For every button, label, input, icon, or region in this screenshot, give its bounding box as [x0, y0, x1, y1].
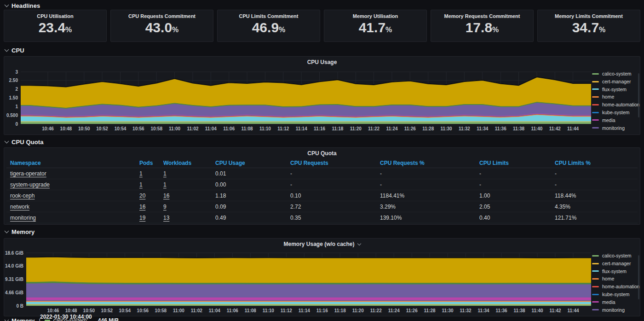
cell-namespace[interactable]: monitoring	[10, 215, 36, 221]
legend-item-home[interactable]: home	[592, 94, 636, 99]
x-axis-tick: 10:50	[83, 308, 95, 313]
memory-usage-panel-title[interactable]: Memory Usage (w/o cache)	[4, 241, 640, 247]
legend-label: flux-system	[602, 87, 627, 92]
cpu-usage-panel-title[interactable]: CPU Usage	[4, 59, 640, 65]
legend-item-flux-system[interactable]: flux-system	[592, 87, 636, 92]
legend-swatch	[592, 88, 599, 90]
legend-swatch	[592, 278, 599, 280]
cell-namespace[interactable]: tigera-operator	[10, 170, 46, 177]
legend-item-monitoring[interactable]: monitoring	[592, 307, 636, 313]
cell-pods[interactable]: 20	[139, 193, 145, 199]
memory-usage-chart[interactable]: 0 B4.66 GiB9.31 GiB14.0 GiB18.6 GiB10:46…	[4, 239, 640, 316]
x-axis-tick: 11:26	[406, 308, 418, 313]
x-axis-tick: 11:44	[567, 126, 579, 131]
cpu-chart-svg[interactable]: 00.50011.5022.50310:4610:4810:5010:5210:…	[4, 57, 641, 134]
legend-swatch	[592, 73, 599, 75]
x-axis-tick: 10:56	[137, 308, 149, 313]
table-row-tigera-operator: tigera-operator110.01----	[6, 168, 638, 179]
column-header-cpu-usage[interactable]: CPU Usage	[215, 160, 290, 166]
cpu-usage-chart[interactable]: 00.50011.5022.50310:4610:4810:5010:5210:…	[4, 57, 640, 134]
cpu-quota-panel-title[interactable]: CPU Quota	[4, 150, 640, 157]
x-axis-tick: 11:18	[334, 308, 346, 313]
cell-pods[interactable]: 19	[139, 215, 145, 221]
stat-title: Memory Utilisation	[353, 13, 398, 19]
cell-namespace[interactable]: network	[10, 204, 29, 210]
x-axis-tick: 10:48	[60, 126, 72, 131]
chevron-down-icon	[5, 139, 9, 144]
x-axis-tick: 11:18	[332, 126, 343, 131]
column-header-cpu-limits-[interactable]: CPU Limits %	[555, 160, 634, 166]
cell-pods[interactable]: 1	[139, 181, 143, 188]
section-header-cpu-quota[interactable]: CPU Quota	[4, 138, 640, 146]
cell-workloads[interactable]: 9	[163, 204, 167, 210]
x-axis-tick: 11:04	[209, 308, 220, 313]
mem-chart-svg[interactable]: 0 B4.66 GiB9.31 GiB14.0 GiB18.6 GiB10:46…	[4, 239, 641, 316]
column-header-cpu-requests[interactable]: CPU Requests	[290, 160, 380, 166]
section-header-memory[interactable]: Memory	[4, 228, 640, 236]
x-axis-tick: 11:00	[169, 126, 180, 131]
stat-title: CPU Requests Commitment	[128, 13, 196, 19]
memory-usage-panel: Memory Usage (w/o cache) 0 B4.66 GiB9.31…	[4, 238, 640, 316]
y-axis-tick: 2.50	[9, 78, 18, 83]
cell-cpu_limits: 0.40	[479, 215, 490, 221]
legend-item-home-automation[interactable]: home-automation	[592, 102, 636, 107]
legend-item-calico-system[interactable]: calico-system	[592, 71, 636, 76]
legend-swatch	[592, 112, 599, 113]
cell-pods[interactable]: 1	[139, 170, 143, 177]
column-header-workloads[interactable]: Workloads	[163, 160, 215, 166]
legend-item-flux-system[interactable]: flux-system	[592, 268, 636, 274]
cell-cpu_requests_pct: 1184.41%	[380, 193, 404, 199]
x-axis-tick: 10:50	[78, 126, 90, 131]
legend-item-monitoring[interactable]: monitoring	[592, 125, 636, 131]
legend-scrollbar[interactable]	[638, 255, 639, 299]
stat-value: 41.7%	[359, 19, 392, 36]
x-axis-tick: 10:52	[96, 126, 108, 131]
cell-namespace[interactable]: system-upgrade	[10, 181, 50, 188]
cell-workloads[interactable]: 13	[163, 215, 169, 221]
x-axis-tick: 11:24	[386, 126, 397, 131]
legend-item-kube-system[interactable]: kube-system	[592, 110, 636, 115]
x-axis-tick: 11:30	[442, 308, 454, 313]
section-header-cpu[interactable]: CPU	[4, 46, 640, 54]
cell-cpu_limits_pct: 121.71%	[555, 215, 576, 221]
stat-panel-memory-utilisation[interactable]: Memory Utilisation 41.7%	[324, 10, 427, 42]
stat-panel-cpu-limits-commitment[interactable]: CPU Limits Commitment 46.9%	[217, 10, 320, 42]
cell-workloads[interactable]: 16	[163, 193, 169, 199]
y-axis-tick: 0.500	[6, 113, 18, 118]
stat-panel-memory-limits-commitment[interactable]: Memory Limits Commitment 34.7%	[537, 10, 640, 42]
chevron-down-icon	[5, 47, 9, 52]
chevron-down-icon	[5, 229, 9, 233]
stat-panel-cpu-requests-commitment[interactable]: CPU Requests Commitment 43.0%	[110, 10, 213, 42]
column-header-cpu-limits[interactable]: CPU Limits	[479, 160, 555, 166]
cell-pods[interactable]: 16	[139, 204, 145, 210]
section-header-memory-bottom[interactable]: Memory	[4, 317, 34, 321]
cell-workloads[interactable]: 1	[163, 181, 167, 188]
cell-namespace[interactable]: rook-ceph	[10, 193, 34, 199]
cell-cpu_limits: 1.00	[479, 193, 490, 199]
stat-panel-cpu-utilisation[interactable]: CPU Utilisation 23.4%	[4, 10, 107, 42]
legend-item-cert-manager[interactable]: cert-manager	[592, 261, 636, 266]
stat-panel-memory-requests-commitment[interactable]: Memory Requests Commitment 17.8%	[431, 10, 534, 42]
section-title: Memory	[12, 228, 34, 235]
stat-value: 34.7%	[572, 19, 606, 36]
x-axis-tick: 11:42	[549, 308, 561, 313]
legend-label: kube-system	[602, 292, 630, 297]
legend-item-calico-system[interactable]: calico-system	[592, 253, 636, 258]
tooltip-series-value: 446 MiB	[98, 317, 119, 321]
column-header-cpu-requests-[interactable]: CPU Requests %	[380, 160, 479, 166]
cell-cpu_limits: -	[479, 170, 481, 177]
cell-workloads[interactable]: 1	[163, 170, 167, 177]
legend-item-media[interactable]: media	[592, 299, 636, 305]
column-header-namespace[interactable]: Namespace	[10, 160, 139, 166]
headline-stats-row: CPU Utilisation 23.4%CPU Requests Commit…	[4, 10, 640, 42]
legend-scrollbar[interactable]	[638, 73, 639, 117]
legend-item-home-automation[interactable]: home-automation	[592, 284, 636, 289]
legend-item-media[interactable]: media	[592, 117, 636, 123]
column-header-pods[interactable]: Pods	[139, 160, 163, 166]
legend-swatch	[592, 270, 599, 272]
section-header-headlines[interactable]: Headlines	[4, 1, 640, 10]
legend-item-cert-manager[interactable]: cert-manager	[592, 79, 636, 84]
cell-cpu_requests: 0.10	[290, 193, 301, 199]
legend-item-home[interactable]: home	[592, 276, 636, 281]
legend-item-kube-system[interactable]: kube-system	[592, 292, 636, 297]
